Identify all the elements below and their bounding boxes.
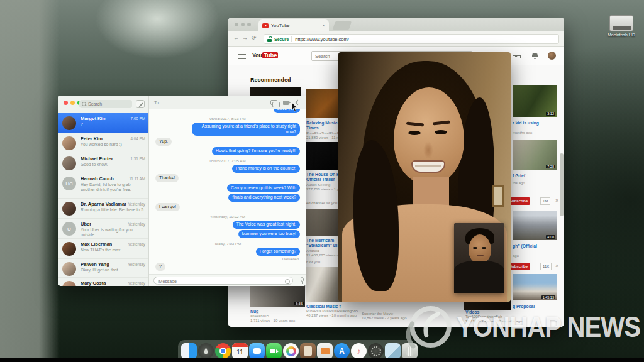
window-zoom-icon[interactable] bbox=[247, 23, 251, 26]
dismiss-icon[interactable]: × bbox=[555, 197, 558, 204]
conversation-name: Hannah Couch bbox=[80, 176, 114, 182]
dock-finder-icon[interactable] bbox=[181, 343, 197, 359]
video-thumbnail[interactable]: 1:45:13 bbox=[513, 274, 557, 300]
video-title[interactable]: r kid is using bbox=[513, 121, 557, 126]
forward-icon[interactable]: → bbox=[242, 35, 248, 41]
screen-share-icon[interactable] bbox=[270, 100, 277, 105]
conversation-time: Yesterday bbox=[128, 281, 145, 285]
avatar bbox=[62, 202, 76, 216]
appstore-glyph: A bbox=[339, 347, 345, 356]
back-icon[interactable]: ← bbox=[233, 35, 239, 41]
browser-tab-strip[interactable]: YouTube × bbox=[228, 18, 564, 31]
microphone-icon[interactable] bbox=[301, 277, 304, 282]
upload-icon[interactable] bbox=[513, 53, 519, 58]
conversation-time: Yesterday bbox=[128, 242, 145, 246]
video-title[interactable]: Nug bbox=[250, 309, 304, 314]
video-thumbnail[interactable]: 4:08 bbox=[513, 211, 557, 240]
compose-new-message-button[interactable] bbox=[136, 100, 145, 108]
conversation-time: 4:04 PM bbox=[131, 136, 145, 141]
dock-appstore-icon[interactable]: A bbox=[334, 343, 350, 359]
window-close-icon[interactable] bbox=[64, 101, 68, 105]
conversation-row[interactable]: U Uber Yesterday Your Uber is waiting fo… bbox=[58, 219, 149, 239]
messages-search-input[interactable] bbox=[88, 101, 128, 107]
dock-contacts-icon[interactable] bbox=[300, 343, 316, 359]
dock-chrome-icon[interactable] bbox=[215, 343, 231, 359]
scrollbar-thumb[interactable] bbox=[560, 153, 564, 216]
conversation-row[interactable]: Paiwen Yang Yesterday Okay, I'll get on … bbox=[58, 259, 149, 278]
video-channel[interactable]: aneesh815 bbox=[250, 314, 307, 318]
secure-lock-icon bbox=[267, 36, 272, 42]
video-duration: 6:36 bbox=[294, 302, 304, 305]
conversation-time: Yesterday bbox=[128, 202, 145, 206]
self-view-pip[interactable] bbox=[454, 223, 504, 293]
video-title[interactable]: f Grief bbox=[513, 173, 557, 178]
video-thumbnail[interactable]: 3:12 bbox=[513, 85, 557, 117]
video-thumbnail[interactable]: 7:28 bbox=[513, 140, 557, 170]
window-minimize-icon[interactable] bbox=[70, 101, 75, 105]
caller-eyebrow bbox=[406, 122, 424, 127]
recommended-heading: Recommended bbox=[250, 77, 291, 83]
menu-hamburger-icon[interactable] bbox=[238, 54, 246, 59]
window-minimize-icon[interactable] bbox=[241, 23, 245, 26]
notifications-bell-icon[interactable] bbox=[532, 52, 538, 58]
conversation-name: Michael Porter bbox=[80, 156, 113, 162]
avatar bbox=[62, 262, 76, 276]
chat-bubble-incoming: ? bbox=[155, 263, 165, 271]
calendar-day: 11 bbox=[236, 349, 243, 356]
itunes-glyph: ♪ bbox=[357, 347, 361, 356]
imessage-input[interactable] bbox=[158, 278, 277, 284]
video-duration: 1:45:13 bbox=[541, 295, 555, 299]
video-duration: 4:08 bbox=[546, 235, 555, 239]
conversation-preview: ? bbox=[80, 122, 146, 127]
dock-photos-icon[interactable] bbox=[283, 343, 299, 359]
conversation-preview: Your Uber is waiting for you outside. bbox=[80, 228, 146, 238]
desktop-volume-icon[interactable]: Macintosh HD bbox=[599, 15, 644, 37]
conversation-row[interactable]: Michael Porter 1:31 PM Good to know. bbox=[58, 153, 149, 173]
video-thumbnail[interactable]: 6:36 bbox=[250, 283, 305, 307]
reload-icon[interactable]: ⟳ bbox=[252, 35, 257, 41]
dock-itunes-icon[interactable]: ♪ bbox=[351, 343, 367, 359]
messages-search-box[interactable] bbox=[79, 100, 132, 108]
youtube-favicon-icon bbox=[262, 23, 269, 28]
conversation-row[interactable]: Margot Kim 7:00 PM ? bbox=[58, 113, 149, 133]
video-title[interactable]: Classical Music f bbox=[306, 304, 360, 309]
dock-downloads-icon[interactable] bbox=[385, 343, 401, 359]
imessage-input-field[interactable] bbox=[153, 277, 293, 285]
conversation-preview: Good to know. bbox=[80, 162, 146, 167]
dock-settings-icon[interactable] bbox=[368, 343, 384, 359]
chat-bubble-outgoing: bummer you were too busy! bbox=[238, 230, 300, 238]
conversation-row[interactable]: Mary Costa Yesterday That's hilarious. bbox=[58, 278, 149, 286]
browser-tab-youtube[interactable]: YouTube × bbox=[258, 19, 329, 31]
video-call-icon[interactable] bbox=[283, 101, 289, 105]
dock-calendar-icon[interactable]: 11 bbox=[232, 343, 248, 359]
url-field[interactable]: Secure https://www.youtube.com/ bbox=[264, 34, 559, 44]
conversation-name: Max Liberman bbox=[80, 241, 112, 247]
youtube-logo[interactable]: You Tube bbox=[252, 52, 278, 58]
conversation-row[interactable]: Peter Kim 4:04 PM You worked so hard ;) bbox=[58, 133, 149, 153]
chat-bubble-incoming: I can go! bbox=[155, 203, 180, 211]
caller-eye bbox=[408, 131, 421, 135]
self-mouth bbox=[477, 255, 484, 256]
window-close-icon[interactable] bbox=[235, 23, 238, 26]
video-title[interactable]: gh” (Official bbox=[513, 244, 557, 249]
avatar-initials: U bbox=[62, 222, 76, 236]
conversation-time: 11:11 AM bbox=[129, 177, 145, 181]
tab-close-icon[interactable]: × bbox=[322, 23, 325, 28]
new-tab-button[interactable] bbox=[333, 21, 352, 30]
account-avatar[interactable] bbox=[548, 52, 556, 60]
conversation-row[interactable]: Dr. Aparna Vadlamani Yesterday Running a… bbox=[58, 199, 149, 219]
tab-title: YouTube bbox=[271, 23, 319, 28]
dock-messages-icon[interactable] bbox=[249, 343, 265, 359]
dock-mail-icon[interactable] bbox=[317, 343, 333, 359]
dismiss-icon[interactable]: × bbox=[555, 263, 558, 269]
mouse-cursor bbox=[291, 102, 298, 112]
conversation-row[interactable]: Max Liberman Yesterday Now THAT's the ma… bbox=[58, 239, 149, 259]
emoji-picker-icon[interactable] bbox=[285, 279, 290, 284]
chat-bubble-incoming: Yup. bbox=[155, 138, 172, 146]
facetime-video-window[interactable] bbox=[338, 52, 511, 302]
dock-facetime-icon[interactable] bbox=[266, 343, 282, 359]
dock-launchpad-icon[interactable] bbox=[198, 343, 214, 359]
caller-smile bbox=[411, 160, 445, 173]
chat-timestamp: 05/03/2017, 8:23 PM bbox=[209, 116, 245, 121]
conversation-row[interactable]: HC Hannah Couch 11:11 AM Hey David, I'd … bbox=[58, 173, 149, 199]
